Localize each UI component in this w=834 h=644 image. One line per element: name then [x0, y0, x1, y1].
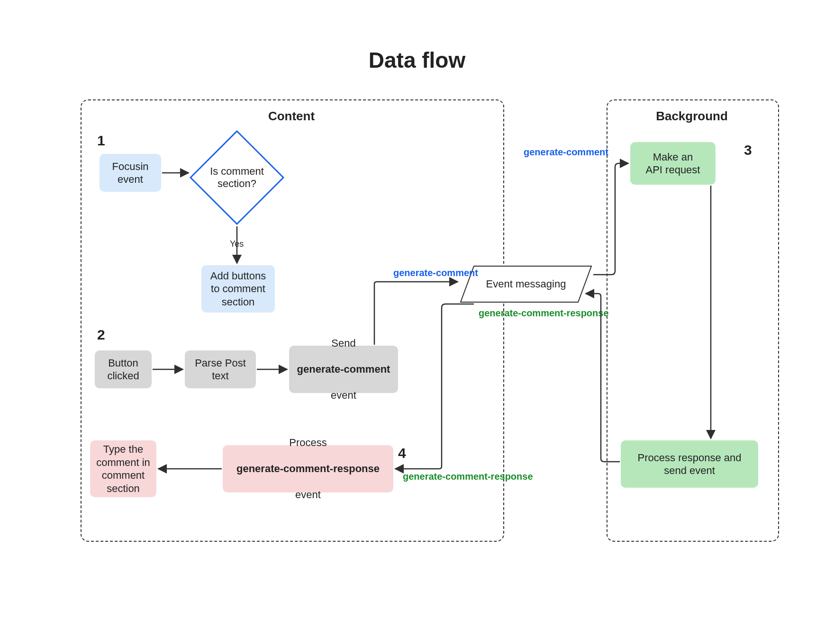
arrow-send-to-messaging	[374, 282, 458, 345]
arrow-messaging-to-processresp	[395, 304, 474, 469]
arrow-process-to-messaging	[586, 294, 620, 462]
diagram-stage: Data flow Content Background 1 2 3 4 Foc…	[0, 0, 834, 644]
arrows-layer	[0, 0, 834, 644]
arrow-messaging-to-api	[593, 163, 628, 275]
